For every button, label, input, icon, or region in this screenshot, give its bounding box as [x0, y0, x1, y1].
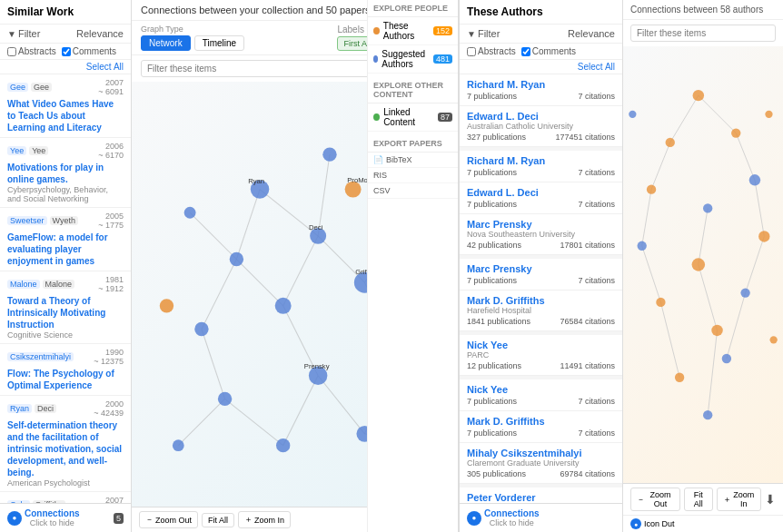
author-item[interactable]: Edward L. Deci7 publications7 citations [460, 182, 622, 214]
paper-citations: ~ 1912 [98, 284, 124, 293]
abstracts-checkbox-label[interactable]: Abstracts [7, 46, 56, 56]
right-abstracts-checkbox[interactable] [467, 47, 476, 56]
icon-dut-icon: ● [630, 518, 641, 529]
right-comments-label[interactable]: Comments [521, 46, 576, 56]
right-filter-row: ▼ Filter Relevance [460, 25, 622, 44]
author-item[interactable]: Richard M. Ryan7 publications7 citations [460, 151, 622, 182]
author-citations: 7 citations [578, 397, 615, 406]
svg-point-60 [647, 185, 656, 194]
author-affiliation: Nova Southeastern University [467, 230, 615, 239]
svg-point-59 [749, 174, 760, 185]
icon-dut-label: Icon Dut [644, 519, 675, 528]
svg-point-58 [666, 138, 675, 147]
comments-checkbox-label[interactable]: Comments [62, 46, 116, 56]
author-item[interactable]: Mark D. Griffiths7 publications7 citatio… [460, 411, 622, 443]
paper-year: 2007 [103, 496, 124, 503]
paper-item[interactable]: MaloneMalone1981~ 1912Toward a Theory of… [0, 271, 131, 344]
svg-line-54 [660, 302, 679, 378]
author-item[interactable]: Mihaly CsikszentmihalyiClaremont Graduat… [460, 443, 622, 484]
right-graph-area[interactable] [623, 46, 783, 483]
fit-all-button-middle[interactable]: Fit All [202, 513, 234, 527]
network-button[interactable]: Network [141, 35, 191, 51]
paper-citations: ~ 12375 [94, 357, 124, 366]
svg-point-35 [160, 299, 173, 312]
paper-citations: ~ 42439 [94, 409, 124, 418]
author-tag: Wyeth [50, 216, 78, 225]
right-comments-checkbox[interactable] [521, 47, 530, 56]
author-item[interactable]: Nick YeePARC12 publications11491 citatio… [460, 335, 622, 376]
author-item[interactable]: Mark D. GriffithsHarefield Hospital1841 … [460, 291, 622, 331]
fit-all-button-right[interactable]: Fit All [684, 488, 713, 511]
author-item[interactable]: Richard M. Ryan7 publications7 citations [460, 74, 622, 106]
filter-button[interactable]: ▼ Filter [7, 28, 40, 39]
paper-item[interactable]: Csikszentmihalyi1990~ 12375Flow: The Psy… [0, 344, 131, 396]
paper-title: Motivations for play in online games. [7, 162, 124, 185]
right-select-all[interactable]: Select All [460, 60, 622, 74]
author-tag: Csikszentmihalyi [7, 352, 74, 361]
zoom-out-button-middle[interactable]: － Zoom Out [139, 511, 198, 528]
author-stats: 42 publications17801 citations [467, 241, 615, 250]
connections-button-left[interactable]: ● Connections Click to hide [7, 508, 80, 527]
author-tag: Malone [7, 280, 40, 289]
paper-item[interactable]: YeeYee2006~ 6170Motivations for play in … [0, 138, 131, 208]
author-publications: 327 publications [467, 133, 526, 142]
ris-label: RIS [373, 171, 387, 180]
download-button-right[interactable]: ⬇ [765, 492, 776, 507]
zoom-in-label-right: Zoom In [733, 490, 755, 508]
right-filter-button[interactable]: ▼ Filter [467, 28, 500, 39]
author-item[interactable]: Peter VordererUniversity of Mannheim211 … [460, 488, 622, 503]
author-publications: 42 publications [467, 241, 521, 250]
paper-item[interactable]: GeeGee2007~ 6091What Video Games Have to… [0, 74, 131, 138]
paper-item[interactable]: SweetserWyeth2005~ 1775GameFlow: a model… [0, 208, 131, 271]
csv-button[interactable]: CSV [368, 183, 458, 199]
author-item[interactable]: Nick Yee7 publications7 citations [460, 379, 622, 411]
timeline-button[interactable]: Timeline [194, 35, 244, 51]
linked-content-dot [373, 113, 380, 121]
ris-button[interactable]: RIS [368, 168, 458, 183]
author-citations: 69784 citations [560, 469, 615, 478]
paper-list: GeeGee2007~ 6091What Video Games Have to… [0, 74, 131, 503]
comments-checkbox[interactable] [62, 47, 71, 56]
author-item[interactable]: Marc Prensky7 publications7 citations [460, 259, 622, 291]
author-name: Mark D. Griffiths [467, 416, 615, 427]
relevance-label: Relevance [76, 28, 124, 39]
bibtex-button[interactable]: 📄 BibTeX [368, 153, 458, 168]
linked-content-item[interactable]: Linked Content 87 [368, 103, 458, 132]
author-name: Richard M. Ryan [467, 155, 615, 166]
author-publications: 305 publications [467, 469, 526, 478]
author-affiliation: PARC [467, 350, 615, 360]
right-abstracts-label[interactable]: Abstracts [467, 46, 516, 56]
connections-sublabel-left: Click to hide [25, 518, 80, 527]
right-graph-filter-input[interactable] [630, 25, 776, 42]
checkboxes-row: Abstracts Comments [0, 44, 131, 60]
paper-title: Flow: The Psychology of Optimal Experien… [7, 368, 124, 391]
zoom-in-button-right[interactable]: ＋ Zoom In [717, 488, 761, 511]
author-affiliation: Australian Catholic University [467, 122, 615, 131]
svg-point-28 [276, 438, 290, 452]
zoom-out-icon-middle: － [145, 514, 154, 526]
author-name: Marc Prensky [467, 263, 615, 274]
svg-text:Ryan: Ryan [248, 177, 264, 185]
right-filter-label: Filter [478, 28, 500, 39]
these-authors-item[interactable]: These Authors 152 [368, 17, 458, 45]
paper-item[interactable]: RyanDeci2000~ 42439Self-determination th… [0, 396, 131, 492]
select-all-row[interactable]: Select All [0, 60, 131, 74]
author-name: Edward L. Deci [467, 187, 615, 198]
connections-sublabel-right: Click to hide [484, 518, 540, 527]
graph-type-label: Graph Type [141, 25, 244, 34]
bibtex-icon: 📄 [373, 155, 383, 164]
paper-item[interactable]: ColeGriffiths2007~ 836Social interaction… [0, 492, 131, 503]
suggested-authors-item[interactable]: Suggested Authors 481 [368, 45, 458, 74]
author-item[interactable]: Marc PrenskyNova Southeastern University… [460, 214, 622, 255]
zoom-in-label-middle: Zoom In [254, 516, 284, 525]
author-citations: 7 citations [578, 92, 615, 101]
author-stats: 7 publications7 citations [467, 168, 615, 177]
zoom-out-button-right[interactable]: － Zoom Out [630, 488, 680, 511]
right-graph-panel: Connections between 58 authors [622, 0, 783, 532]
these-authors-label: These Authors [383, 21, 433, 41]
author-item[interactable]: Edward L. DeciAustralian Catholic Univer… [460, 106, 622, 147]
zoom-in-button-middle[interactable]: ＋ Zoom In [238, 511, 291, 528]
zoom-in-icon-right: ＋ [723, 494, 731, 506]
abstracts-checkbox[interactable] [7, 47, 16, 56]
connections-button-right[interactable]: ● Connections Click to hide [467, 508, 540, 527]
